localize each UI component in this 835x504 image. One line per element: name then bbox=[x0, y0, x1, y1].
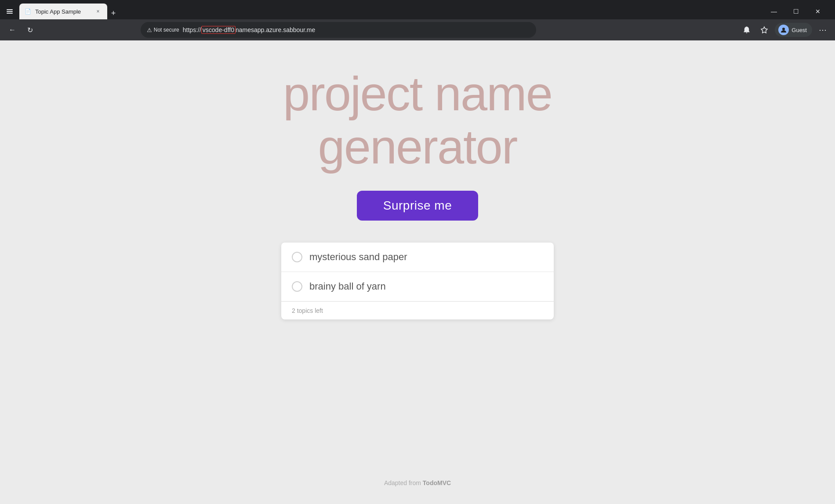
topics-left-label: 2 topics left bbox=[292, 307, 323, 314]
page-content: project name generator Surprise me myste… bbox=[0, 40, 835, 504]
url-prefix: https:// bbox=[183, 26, 201, 33]
account-button[interactable]: Guest bbox=[775, 23, 812, 37]
topics-footer: 2 topics left bbox=[281, 301, 554, 319]
back-button[interactable]: ← bbox=[5, 23, 19, 37]
favorites-button[interactable] bbox=[757, 23, 771, 37]
refresh-icon: ↻ bbox=[27, 26, 33, 34]
svg-rect-1 bbox=[7, 11, 13, 12]
close-window-button[interactable]: ✕ bbox=[808, 4, 828, 19]
title-line2: generator bbox=[283, 120, 552, 173]
tab-bar-left bbox=[4, 5, 16, 18]
security-indicator: ⚠ Not secure bbox=[147, 27, 179, 33]
url-highlighted-part: vscode-dff0 bbox=[201, 26, 236, 34]
browser-chrome: 📄 Topic App Sample × + — ☐ ✕ ← ↻ ⚠ Not s… bbox=[0, 0, 835, 40]
tab-favicon-icon: 📄 bbox=[25, 8, 32, 15]
topic-radio-1[interactable] bbox=[292, 252, 302, 262]
topic-radio-2[interactable] bbox=[292, 281, 302, 292]
notifications-button[interactable] bbox=[740, 23, 754, 37]
more-options-button[interactable]: ⋯ bbox=[816, 23, 830, 37]
warning-icon: ⚠ bbox=[147, 27, 152, 33]
address-bar: ← ↻ ⚠ Not secure https://vscode-dff0name… bbox=[0, 19, 835, 40]
back-icon: ← bbox=[9, 26, 16, 34]
url-suffix: namesapp.azure.sabbour.me bbox=[236, 26, 315, 33]
page-footer: Adapted from TodoMVC bbox=[384, 453, 451, 486]
svg-rect-2 bbox=[7, 13, 13, 14]
active-tab[interactable]: 📄 Topic App Sample × bbox=[19, 4, 107, 19]
svg-rect-0 bbox=[7, 9, 13, 10]
account-avatar bbox=[778, 25, 789, 35]
list-item[interactable]: mysterious sand paper bbox=[281, 243, 554, 272]
svg-point-4 bbox=[782, 28, 785, 30]
sidebar-toggle-button[interactable] bbox=[4, 5, 16, 18]
url-bar[interactable]: ⚠ Not secure https://vscode-dff0namesapp… bbox=[141, 22, 536, 38]
window-controls: — ☐ ✕ bbox=[764, 4, 831, 19]
page-title: project name generator bbox=[283, 67, 552, 173]
url-text: https://vscode-dff0namesapp.azure.sabbou… bbox=[183, 26, 316, 34]
topic-text-2: brainy ball of yarn bbox=[309, 281, 386, 292]
footer-bold: TodoMVC bbox=[423, 479, 451, 486]
list-item[interactable]: brainy ball of yarn bbox=[281, 272, 554, 301]
title-line1: project name bbox=[283, 67, 552, 120]
topics-list: mysterious sand paper brainy ball of yar… bbox=[281, 243, 554, 319]
maximize-button[interactable]: ☐ bbox=[786, 4, 806, 19]
tab-bar: 📄 Topic App Sample × + — ☐ ✕ bbox=[0, 0, 835, 19]
minimize-button[interactable]: — bbox=[764, 4, 784, 19]
close-tab-button[interactable]: × bbox=[94, 7, 102, 15]
tab-title-label: Topic App Sample bbox=[35, 8, 91, 15]
surprise-me-button[interactable]: Surprise me bbox=[357, 191, 478, 221]
footer-prefix: Adapted from bbox=[384, 479, 423, 486]
topic-text-1: mysterious sand paper bbox=[309, 251, 407, 263]
new-tab-button[interactable]: + bbox=[107, 7, 120, 19]
account-label: Guest bbox=[791, 27, 807, 33]
refresh-button[interactable]: ↻ bbox=[23, 23, 37, 37]
security-label: Not secure bbox=[154, 27, 179, 33]
address-bar-right: Guest ⋯ bbox=[740, 23, 830, 37]
tabs-area: 📄 Topic App Sample × + bbox=[19, 4, 764, 19]
svg-marker-3 bbox=[761, 27, 767, 33]
